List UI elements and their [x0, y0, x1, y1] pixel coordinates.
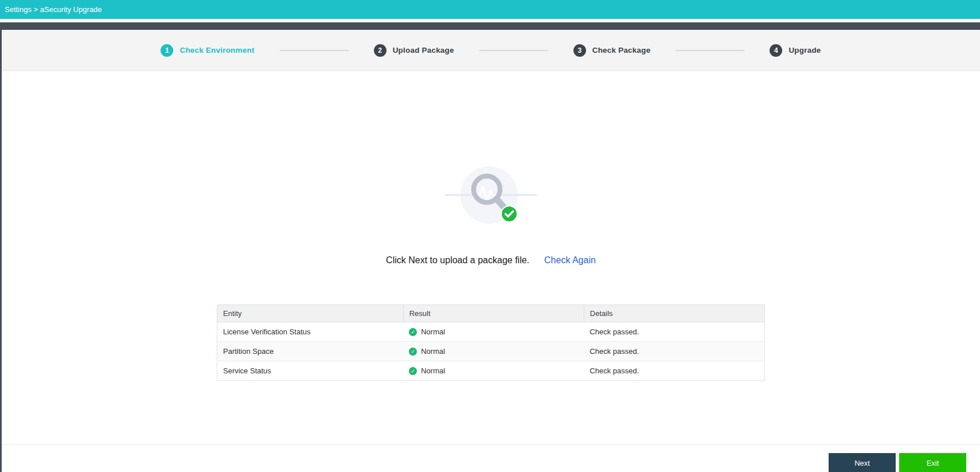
table-row: Partition Space ✓ Normal Check passed. — [217, 342, 765, 361]
step-check-environment[interactable]: 1 Check Environment — [161, 44, 254, 57]
check-circle-icon — [501, 205, 518, 223]
step-label: Upload Package — [393, 46, 454, 54]
next-button[interactable]: Next — [829, 453, 896, 472]
check-environment-panel: Click Next to upload a package file. Che… — [2, 72, 980, 444]
step-number-badge: 1 — [161, 44, 173, 57]
result-text: Normal — [421, 366, 445, 375]
entity-cell: License Verification Status — [217, 322, 404, 342]
step-number-badge: 4 — [770, 44, 782, 57]
step-number-badge: 3 — [573, 44, 586, 57]
environment-check-table: Entity Result Details License Verificati… — [217, 305, 765, 381]
status-message: Click Next to upload a package file. — [386, 255, 529, 266]
column-header-details: Details — [584, 305, 764, 322]
result-text: Normal — [421, 347, 445, 356]
table-row: License Verification Status ✓ Normal Che… — [217, 322, 765, 342]
table-header-row: Entity Result Details — [217, 305, 765, 322]
step-label: Check Environment — [179, 46, 254, 54]
step-label: Upgrade — [788, 46, 821, 54]
top-breadcrumb-bar: Settings > aSecurity Upgrade — [0, 0, 980, 19]
result-text: Normal — [421, 327, 445, 336]
step-upgrade[interactable]: 4 Upgrade — [770, 44, 821, 57]
column-header-result: Result — [403, 305, 584, 322]
step-number-badge: 2 — [374, 44, 386, 57]
magnifier-pulse-icon — [445, 158, 537, 232]
result-cell: ✓ Normal — [403, 322, 584, 342]
check-again-link[interactable]: Check Again — [544, 255, 596, 266]
details-cell: Check passed. — [584, 361, 764, 381]
breadcrumb[interactable]: Settings > aSecurity Upgrade — [5, 5, 101, 14]
step-connector — [479, 50, 548, 51]
status-message-row: Click Next to upload a package file. Che… — [386, 255, 596, 266]
step-label: Check Package — [592, 46, 651, 54]
secondary-header-bar — [0, 22, 980, 30]
step-check-package[interactable]: 3 Check Package — [573, 44, 651, 57]
wizard-stepper: 1 Check Environment 2 Upload Package 3 C… — [2, 30, 980, 71]
wizard-footer: Next Exit — [2, 444, 980, 472]
result-cell: ✓ Normal — [403, 342, 584, 361]
details-cell: Check passed. — [584, 322, 764, 342]
step-connector — [280, 50, 349, 51]
column-header-entity: Entity — [217, 305, 404, 322]
check-circle-icon: ✓ — [409, 367, 417, 375]
check-circle-icon: ✓ — [409, 348, 417, 356]
details-cell: Check passed. — [584, 342, 764, 361]
result-cell: ✓ Normal — [403, 361, 584, 381]
check-circle-icon: ✓ — [409, 328, 417, 336]
left-edge-rail — [0, 22, 2, 472]
entity-cell: Partition Space — [217, 342, 404, 361]
step-connector — [676, 50, 744, 51]
step-upload-package[interactable]: 2 Upload Package — [374, 44, 454, 57]
table-row: Service Status ✓ Normal Check passed. — [217, 361, 765, 381]
entity-cell: Service Status — [217, 361, 404, 381]
exit-button[interactable]: Exit — [899, 453, 966, 472]
